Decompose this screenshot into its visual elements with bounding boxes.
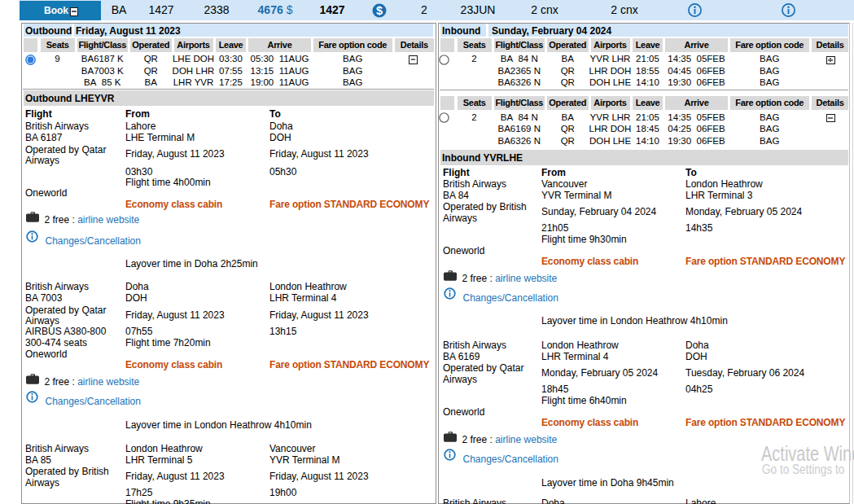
svg-text:$: $ (376, 4, 383, 17)
